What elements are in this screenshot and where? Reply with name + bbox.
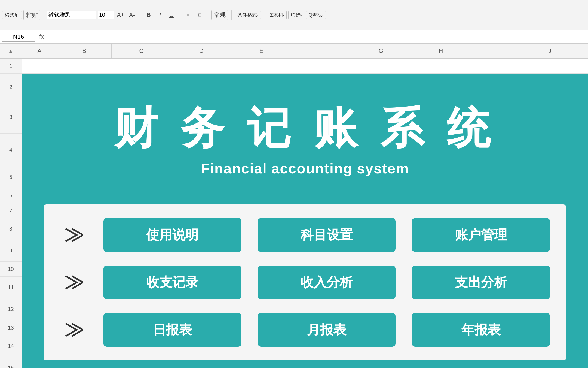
cond-format-btn[interactable]: 条件格式· <box>235 11 261 19</box>
italic-btn[interactable]: I <box>155 10 165 20</box>
col-header-e[interactable]: E <box>231 44 291 58</box>
expense-analysis-btn[interactable]: 支出分析 <box>412 266 550 299</box>
col-header-i[interactable]: I <box>471 44 525 58</box>
row-num-9[interactable]: 9 <box>0 240 22 262</box>
row-num-7[interactable]: 7 <box>0 203 22 218</box>
row-num-15[interactable]: 15 <box>0 357 22 368</box>
col-header-f[interactable]: F <box>291 44 351 58</box>
annual-report-btn[interactable]: 年报表 <box>412 313 550 347</box>
row-num-11[interactable]: 11 <box>0 277 22 298</box>
underline-btn[interactable]: U <box>167 10 176 20</box>
col-header-h[interactable]: H <box>411 44 471 58</box>
row-num-8[interactable]: 8 <box>0 218 22 240</box>
select-all-icon[interactable]: ▲ <box>8 48 14 54</box>
row-num-10[interactable]: 10 <box>0 262 22 277</box>
toolbar-divider-4 <box>208 10 208 20</box>
button-row-1: 使用说明 科目设置 账户管理 <box>60 218 550 252</box>
dashboard-card: 使用说明 科目设置 账户管理 <box>44 204 566 360</box>
button-row-2: 收支记录 收入分析 支出分析 <box>60 266 550 299</box>
row-1-cells <box>22 59 588 74</box>
dashboard-main-title: 财 务 记 账 系 统 <box>114 104 496 152</box>
row-numbers-panel: 1 2 3 4 5 6 7 8 9 10 11 12 13 14 15 16 <box>0 59 22 368</box>
paste-btn[interactable]: 粘贴 <box>23 10 40 20</box>
header-content-area: 财 务 记 账 系 统 Financial accounting system <box>22 74 588 204</box>
col-header-j[interactable]: J <box>525 44 574 58</box>
button-row-3: 日报表 月报表 年报表 <box>60 313 550 347</box>
spreadsheet-content: 财 务 记 账 系 统 Financial accounting system <box>22 59 588 368</box>
subject-settings-btn[interactable]: 科目设置 <box>258 218 396 252</box>
format-style-btn[interactable]: 常规 <box>211 10 228 20</box>
row-num-12[interactable]: 12 <box>0 298 22 320</box>
toolbar-format-group: 格式刷 粘贴 A+ A- B I U <box>2 10 586 20</box>
dashboard-teal-area: 财 务 记 账 系 统 Financial accounting system <box>22 74 588 368</box>
formula-bar: fx <box>0 30 588 44</box>
daily-report-btn[interactable]: 日报表 <box>103 313 241 347</box>
dashboard-sub-title: Financial accounting system <box>201 160 409 177</box>
align-btn[interactable]: ≡ <box>183 10 193 20</box>
cell-reference-input[interactable] <box>2 32 35 42</box>
toolbar-divider-2 <box>140 10 140 20</box>
account-management-btn[interactable]: 账户管理 <box>412 218 550 252</box>
monthly-report-btn[interactable]: 月报表 <box>258 313 396 347</box>
bold-btn[interactable]: B <box>144 10 154 20</box>
shrink-font-btn[interactable]: A- <box>127 10 137 20</box>
row-num-13[interactable]: 13 <box>0 320 22 335</box>
arrow-3 <box>60 322 87 338</box>
row-num-6[interactable]: 6 <box>0 188 22 203</box>
income-analysis-btn[interactable]: 收入分析 <box>258 266 396 299</box>
row-num-5[interactable]: 5 <box>0 166 22 188</box>
toolbar-divider-3 <box>180 10 180 20</box>
formula-input[interactable] <box>48 32 586 41</box>
toolbar-divider-5 <box>231 10 232 20</box>
corner-cell: ▲ <box>0 44 22 59</box>
font-size-input[interactable] <box>98 11 114 19</box>
col-header-b[interactable]: B <box>57 44 112 58</box>
arrow-icon-2 <box>64 274 83 291</box>
col-header-g[interactable]: G <box>351 44 411 58</box>
arrow-2 <box>60 274 87 291</box>
merge-btn[interactable]: ⊞ <box>195 10 204 20</box>
usage-instructions-btn[interactable]: 使用说明 <box>103 218 241 252</box>
income-expense-record-btn[interactable]: 收支记录 <box>103 266 241 299</box>
toolbar-divider-6 <box>264 10 264 20</box>
sum-btn[interactable]: Σ求和· <box>268 11 287 19</box>
find-btn[interactable]: Q查找· <box>306 11 326 19</box>
row-num-14[interactable]: 14 <box>0 335 22 357</box>
excel-application: 格式刷 粘贴 A+ A- B I U <box>0 0 588 368</box>
arrow-icon-1 <box>64 227 83 243</box>
grow-font-btn[interactable]: A+ <box>116 10 125 20</box>
font-name-input[interactable] <box>47 11 96 19</box>
row-num-4[interactable]: 4 <box>0 134 22 166</box>
arrow-1 <box>60 227 87 243</box>
excel-toolbar: 格式刷 粘贴 A+ A- B I U <box>0 0 588 30</box>
bottom-padding <box>22 360 588 368</box>
filter-btn[interactable]: 筛选· <box>288 11 304 19</box>
row-num-2[interactable]: 2 <box>0 74 22 101</box>
col-header-d[interactable]: D <box>171 44 231 58</box>
col-header-a[interactable]: A <box>22 44 57 58</box>
col-header-c[interactable]: C <box>112 44 171 58</box>
row-num-1[interactable]: 1 <box>0 59 22 74</box>
format-brush-btn[interactable]: 格式刷 <box>2 11 22 19</box>
fx-label: fx <box>39 33 44 40</box>
arrow-icon-3 <box>64 322 83 338</box>
row-num-3[interactable]: 3 <box>0 101 22 134</box>
toolbar-divider-1 <box>44 10 44 20</box>
